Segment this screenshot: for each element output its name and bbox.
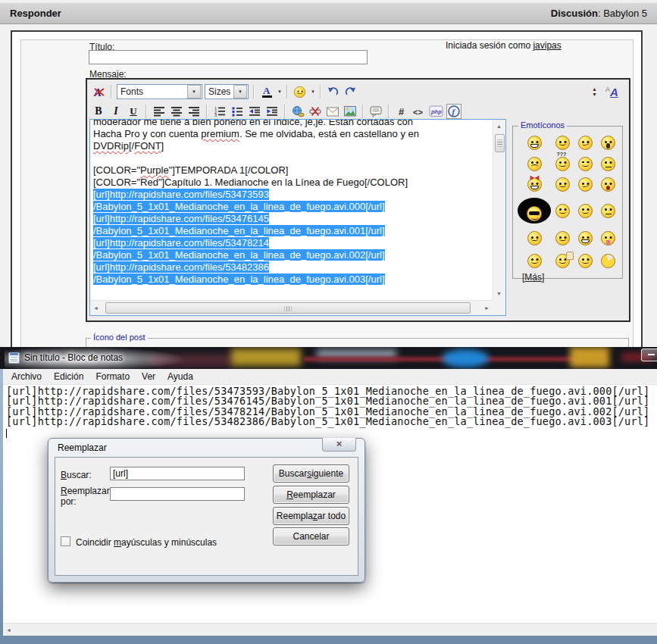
emoticon-grin[interactable] <box>527 136 542 150</box>
italic-button[interactable]: I <box>108 104 124 119</box>
editor-line: moderador me tiene a bien ponerlo en el … <box>93 120 493 128</box>
emoticon-devil[interactable] <box>527 177 542 192</box>
notepad-line: [url]http://rapidshare.com/files/5348238… <box>6 417 657 427</box>
emoticon-smile[interactable] <box>555 136 570 150</box>
svg-text:php: php <box>430 108 442 115</box>
message-text[interactable]: moderador me tiene a bien ponerlo en el … <box>90 120 493 300</box>
indent-button[interactable] <box>264 104 280 119</box>
emoticon-sad[interactable] <box>527 157 542 171</box>
title-input[interactable] <box>89 50 368 64</box>
vertical-scroll-thumb[interactable] <box>495 134 505 152</box>
chevron-down-icon[interactable]: ▼ <box>277 89 282 94</box>
remove-link-button[interactable] <box>308 104 323 119</box>
remove-format-button[interactable]: A <box>91 84 106 99</box>
emoticon-tongue[interactable] <box>601 231 615 245</box>
emoticon-smile3[interactable] <box>555 204 570 218</box>
minimize-button[interactable] <box>641 349 657 361</box>
cancel-button[interactable]: Cancelar <box>273 527 349 546</box>
chevron-down-icon[interactable]: ▼ <box>311 89 315 94</box>
close-button[interactable]: × <box>322 438 356 452</box>
horizontal-scrollbar[interactable]: ◄ ► <box>90 300 493 315</box>
editor-line: [COLOR="Purple"]TEMPORADA 1[/COLOR] <box>93 164 493 177</box>
insert-link-button[interactable] <box>290 104 305 119</box>
chevron-down-icon[interactable]: ▼ <box>233 85 247 98</box>
size-select[interactable]: Sizes▼ <box>205 84 249 99</box>
horizontal-scroll-thumb[interactable] <box>105 302 471 314</box>
scroll-left-arrow-icon[interactable]: ◄ <box>90 302 102 314</box>
emoticon-smile4[interactable] <box>578 254 593 268</box>
html-button[interactable]: <> <box>411 104 427 119</box>
svg-text:3: 3 <box>214 113 217 117</box>
emoticon-dead[interactable] <box>601 157 615 171</box>
editor-toolbar-row1: A Fonts▼ Sizes▼ A ▼ ▼ <box>91 82 358 102</box>
scroll-down-arrow-icon[interactable]: ▼ <box>493 288 505 299</box>
ordered-list-button[interactable]: 123 <box>212 104 227 119</box>
underline-button[interactable]: U <box>126 104 141 119</box>
emoticon-afro[interactable] <box>518 198 551 224</box>
menu-ver[interactable]: Ver <box>136 370 161 383</box>
replace-all-button[interactable]: Reemplazar todo <box>273 507 349 525</box>
emoticon-giggle[interactable] <box>578 204 593 218</box>
scroll-up-arrow-icon[interactable]: ▲ <box>493 120 505 132</box>
menu-archivo[interactable]: Archivo <box>5 370 48 383</box>
replace-input[interactable] <box>110 487 245 501</box>
smilies-button[interactable] <box>293 84 308 99</box>
menu-ayuda[interactable]: Ayuda <box>161 370 199 383</box>
font-color-button[interactable]: A <box>259 84 274 99</box>
menu-formato[interactable]: Formato <box>89 370 136 383</box>
username-link[interactable]: javipas <box>533 40 561 51</box>
menu-edicion[interactable]: Edición <box>48 370 89 383</box>
match-case-label: Coincidir mayúsculas y minúsculas <box>76 537 217 548</box>
editor-line: /Babylon_5_1x01_Medianoche_en_la_linea_d… <box>93 249 493 261</box>
emoticon-grin2[interactable] <box>578 231 593 245</box>
notepad-titlebar[interactable]: Sin título - Bloc de notas <box>0 347 657 369</box>
more-emoticons-link[interactable]: [Más] <box>522 272 622 283</box>
match-case-checkbox[interactable] <box>61 536 70 546</box>
insert-email-button[interactable] <box>325 104 340 119</box>
align-right-button[interactable] <box>186 104 202 119</box>
toolbar-separator <box>111 85 112 98</box>
quote-button[interactable] <box>368 104 383 119</box>
emoticon-shock[interactable] <box>601 136 615 150</box>
emoticon-huh[interactable]: ??? <box>555 157 570 171</box>
unordered-list-button[interactable] <box>230 104 245 119</box>
align-left-button[interactable] <box>152 104 167 119</box>
resize-editor-button[interactable]: AA <box>605 86 618 99</box>
scroll-right-arrow-icon[interactable]: ► <box>481 302 493 314</box>
outdent-button[interactable] <box>247 104 262 119</box>
emoticon-squint[interactable] <box>578 157 593 171</box>
bold-button[interactable]: B <box>91 104 106 119</box>
editor-line: DVDRip[/FONT] <box>93 140 493 152</box>
scroll-left-arrow-icon[interactable]: ◄ <box>3 624 14 636</box>
editor-line: Hacha Pro y con cuenta premium. Se me ol… <box>93 128 493 140</box>
insert-image-button[interactable] <box>343 104 358 119</box>
emoticon-smirk[interactable] <box>578 177 593 192</box>
undo-button[interactable] <box>326 84 341 99</box>
find-next-button[interactable]: Buscar siguiente <box>273 464 349 483</box>
emoticon-pirate[interactable] <box>555 231 570 245</box>
emoticon-mellow[interactable] <box>578 136 593 150</box>
emoticon-open[interactable] <box>601 177 615 192</box>
editor-line: /Babylon_5_1x01_Medianoche_en_la_linea_d… <box>93 201 493 213</box>
vertical-scrollbar[interactable]: ▲ ▼ <box>493 120 505 300</box>
notepad-horizontal-scrollbar[interactable]: ◄ <box>3 623 657 636</box>
emoticon-pacman[interactable] <box>601 254 615 268</box>
redo-button[interactable] <box>343 84 358 99</box>
align-center-button[interactable] <box>169 104 184 119</box>
editor-line: [url]http://rapidshare.com/files/5348238… <box>93 261 493 274</box>
font-select[interactable]: Fonts▼ <box>117 84 202 99</box>
replace-with-label: Reemplazarpor: <box>61 486 110 507</box>
find-input[interactable] <box>110 467 245 480</box>
flash-button[interactable]: f <box>446 104 461 119</box>
php-button[interactable]: php <box>429 104 444 119</box>
replace-button[interactable]: Reemplazar <box>273 486 349 504</box>
emoticon-bounce[interactable] <box>527 231 542 245</box>
emoticon-flat[interactable] <box>601 204 615 218</box>
chevron-down-icon[interactable]: ▼ <box>187 85 201 98</box>
emoticon-smile2[interactable] <box>555 177 570 192</box>
code-button[interactable]: # <box>394 104 409 119</box>
emoticon-wave[interactable] <box>555 254 570 268</box>
session-status: Iniciada sesión como javipas <box>446 40 562 51</box>
emoticon-unsure[interactable] <box>527 254 542 268</box>
collapse-editor-button[interactable]: ▲▼ <box>592 86 597 97</box>
